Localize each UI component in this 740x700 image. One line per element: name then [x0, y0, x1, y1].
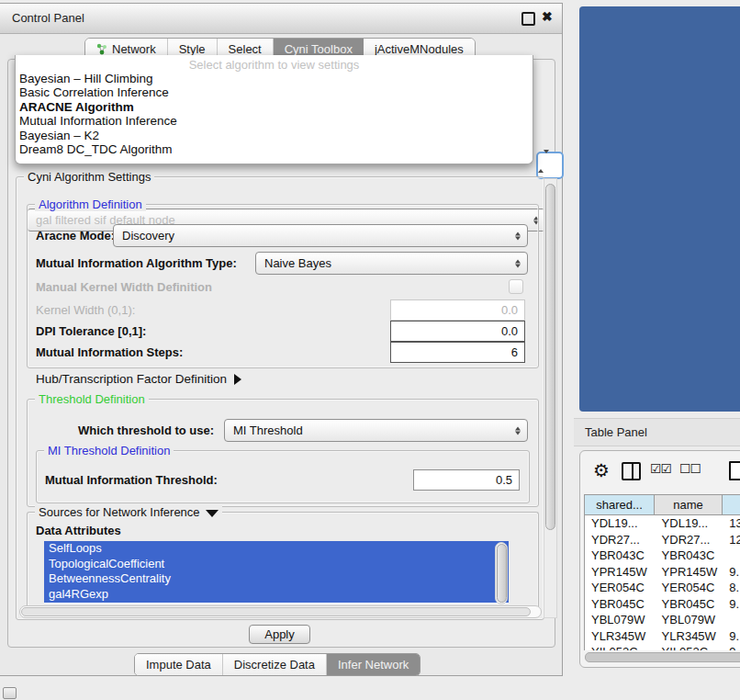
table-horizontal-scrollbar[interactable]: [584, 651, 740, 662]
algorithm-option[interactable]: Bayesian – K2: [16, 129, 533, 142]
tab-discretize-data[interactable]: Discretize Data: [223, 654, 327, 675]
tab-label: Cyni Toolbox: [285, 42, 353, 56]
sources-title: Sources for Network Inference: [39, 505, 200, 519]
kernel-width-label: Kernel Width (0,1):: [36, 303, 135, 317]
combo-stepper-icon: [538, 150, 549, 173]
data-attribute-item[interactable]: SelfLoops: [44, 541, 509, 557]
tab-infer-network[interactable]: Infer Network: [327, 654, 420, 675]
table-cell[interactable]: YPR145W: [656, 565, 723, 579]
data-attribute-item[interactable]: BetweennessCentrality: [44, 571, 509, 587]
table-row[interactable]: YBL079WYBL079W: [585, 612, 740, 628]
deselect-all-icon[interactable]: ☐☐: [679, 461, 701, 476]
select-all-icon[interactable]: ☑☑: [650, 461, 671, 476]
table-row[interactable]: YPR145WYPR145W9.: [585, 564, 740, 581]
hub-section-toggle[interactable]: Hub/Transcription Factor Definition: [36, 372, 241, 386]
aracne-mode-combo[interactable]: Discovery: [113, 224, 528, 247]
table-cell[interactable]: YBR045C: [656, 597, 723, 611]
table-cell[interactable]: YBR043C: [656, 548, 723, 562]
table-cell[interactable]: YLR345W: [656, 629, 723, 643]
table-row[interactable]: YIL052CYIL052C9.: [585, 644, 740, 650]
manual-kernel-checkbox[interactable]: [509, 279, 523, 294]
aracne-mode-value: Discovery: [122, 229, 174, 243]
settings-vertical-scrollbar[interactable]: [544, 178, 557, 618]
minimized-window-icon[interactable]: [3, 687, 17, 699]
table-row[interactable]: YDL19...YDL19...13: [585, 515, 740, 532]
table-cell[interactable]: YDR27...: [585, 533, 656, 547]
dpi-tolerance-value: 0.0: [501, 324, 518, 338]
table-cell[interactable]: 8.: [723, 581, 740, 594]
table-cell[interactable]: YBR043C: [585, 548, 656, 562]
gear-icon[interactable]: ⚙: [593, 459, 610, 481]
table-cell[interactable]: YDL19...: [656, 516, 723, 530]
column-header[interactable]: name: [655, 494, 723, 515]
mi-type-combo[interactable]: Naive Bayes: [255, 252, 528, 275]
table-cell[interactable]: YDR27...: [656, 533, 723, 547]
table-row[interactable]: YBR043CYBR043C: [585, 548, 740, 564]
control-panel-window: Control Panel ✖ NetworkStyleSelectCyni T…: [0, 3, 563, 676]
algorithm-option[interactable]: Dream8 DC_TDC Algorithm: [16, 142, 533, 156]
list-scrollbar[interactable]: [495, 542, 508, 604]
algorithm-option[interactable]: Mutual Information Inference: [16, 114, 533, 128]
column-header[interactable]: shared...: [584, 494, 655, 515]
dpi-tolerance-field[interactable]: 0.0: [390, 321, 525, 342]
sources-toggle[interactable]: Sources for Network Inference: [35, 505, 222, 519]
file-icon[interactable]: [729, 461, 740, 480]
algorithm-option[interactable]: Basic Correlation Inference: [16, 85, 533, 99]
table-cell[interactable]: 13: [723, 516, 740, 530]
table-cell[interactable]: YPR145W: [585, 565, 656, 579]
table-row[interactable]: YDR27...YDR27...12: [585, 532, 740, 548]
kernel-width-field[interactable]: 0.0: [390, 299, 525, 321]
kernel-width-value: 0.0: [501, 303, 518, 317]
table-cell[interactable]: YER054C: [585, 581, 656, 594]
table-cell[interactable]: YER054C: [656, 581, 723, 594]
mi-steps-field[interactable]: 6: [390, 342, 525, 363]
table-cell[interactable]: 9.: [723, 597, 740, 611]
table-cell[interactable]: YBL079W: [585, 613, 656, 627]
apply-button[interactable]: Apply: [249, 625, 310, 644]
table-cell[interactable]: YDL19...: [585, 516, 656, 530]
table-row[interactable]: YBR045CYBR045C9.: [585, 596, 740, 613]
float-window-icon[interactable]: [521, 12, 535, 26]
which-threshold-label: Which threshold to use:: [78, 423, 214, 437]
table-cell[interactable]: 9.: [723, 629, 740, 643]
table-cell[interactable]: YBL079W: [656, 613, 723, 627]
control-panel-titlebar[interactable]: Control Panel ✖: [0, 4, 562, 34]
mi-threshold-field[interactable]: 0.5: [413, 469, 520, 491]
mi-threshold-value: 0.5: [496, 473, 512, 487]
combo-stepper-icon: [515, 259, 521, 267]
hub-section-label: Hub/Transcription Factor Definition: [36, 372, 227, 386]
network-icon: [96, 43, 107, 55]
data-attribute-item[interactable]: TopologicalCoefficient: [44, 557, 509, 572]
tab-impute-data[interactable]: Impute Data: [135, 654, 223, 675]
close-icon[interactable]: ✖: [542, 9, 553, 24]
mi-steps-value: 6: [511, 345, 518, 359]
group-title: MI Threshold Definition: [44, 444, 174, 457]
mi-type-value: Naive Bayes: [264, 256, 331, 270]
algorithm-option[interactable]: Bayesian – Hill Climbing: [16, 72, 533, 85]
table-header-row: shared...nameA: [584, 494, 740, 515]
algorithm-option[interactable]: ARACNE Algorithm: [16, 100, 533, 114]
data-attribute-item[interactable]: gal4RGexp: [44, 587, 509, 603]
tab-label: Select: [229, 42, 262, 56]
which-threshold-combo[interactable]: MI Threshold: [224, 419, 528, 442]
data-attributes-list[interactable]: SelfLoopsTopologicalCoefficientBetweenne…: [44, 541, 509, 604]
tab-label: jActiveMNodules: [375, 42, 464, 56]
table-cell[interactable]: 9.: [723, 645, 740, 650]
table-row[interactable]: YER054CYER054C8.: [585, 580, 740, 596]
table-cell[interactable]: 12: [723, 533, 740, 547]
settings-horizontal-scrollbar[interactable]: [19, 605, 542, 618]
column-header[interactable]: A: [723, 494, 740, 515]
inference-algorithm-combo[interactable]: [536, 152, 564, 179]
table-cell[interactable]: YIL052C: [585, 645, 656, 650]
bottom-tab-bar: Impute DataDiscretize DataInfer Network: [134, 653, 420, 676]
columns-icon[interactable]: [622, 462, 641, 480]
table-row[interactable]: YLR345WYLR345W9.: [585, 628, 740, 645]
table-cell[interactable]: YIL052C: [656, 645, 723, 650]
table-cell[interactable]: YBR045C: [585, 597, 656, 611]
table-panel-header: Table Panel: [574, 418, 740, 446]
table-cell[interactable]: 9.: [723, 565, 740, 579]
node-table: shared...nameA YDL19...YDL19...13YDR27..…: [584, 494, 740, 515]
table-panel-body: ⚙ ☑☑ ☐☐ shared...nameA YDL19...YDL19...1…: [579, 450, 740, 668]
chevron-down-icon: [206, 510, 219, 517]
table-cell[interactable]: YLR345W: [585, 629, 656, 643]
